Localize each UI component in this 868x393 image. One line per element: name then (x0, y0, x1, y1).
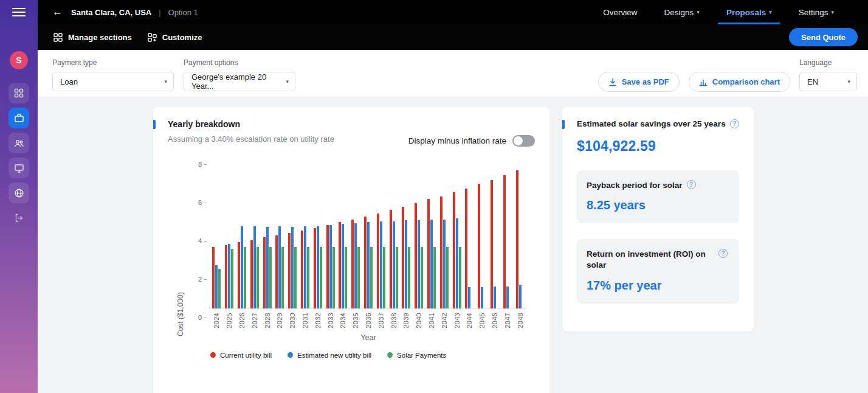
payment-options-group: Payment options George's example 20 Year… (184, 58, 295, 91)
bar-current-utility-bill (427, 199, 430, 308)
bar-solar-payments (332, 247, 335, 308)
title-accent-bar (562, 120, 565, 129)
x-tick-label: 2039 (402, 313, 410, 329)
x-tick-label: 2048 (517, 313, 524, 329)
chart-year-group (514, 155, 526, 308)
x-tick-label: 2041 (428, 313, 435, 329)
x-tick-label: 2024 (213, 313, 220, 329)
language-select[interactable]: EN ▾ (799, 72, 857, 91)
main-content: Yearly breakdown Assuming a 3.40% escala… (38, 97, 868, 393)
bar-solar-payments (218, 269, 221, 308)
bar-current-utility-bill (250, 240, 253, 308)
tab-settings[interactable]: Settings ▾ (785, 0, 847, 24)
bar-estimated-new-utility-bill (380, 221, 382, 308)
chevron-down-icon: ▾ (847, 78, 850, 85)
chart-year-group (248, 155, 261, 308)
chart-year-group (337, 155, 350, 308)
hamburger-menu-icon[interactable] (12, 0, 26, 24)
chart-year-group (223, 155, 236, 308)
payment-options-label: Payment options (184, 58, 295, 67)
manage-sections-button[interactable]: Manage sections (53, 33, 132, 42)
bar-solar-payments (357, 247, 360, 308)
chevron-down-icon: ▾ (769, 9, 772, 15)
x-tick-label: 2032 (314, 313, 322, 329)
x-tick-label: 2028 (264, 313, 271, 329)
bar-estimated-new-utility-bill (367, 222, 370, 308)
bar-current-utility-bill (351, 220, 354, 308)
bar-current-utility-bill (364, 217, 367, 308)
inflation-toggle[interactable] (512, 135, 535, 147)
bar-current-utility-bill (516, 170, 518, 308)
sidebar-item-logout[interactable] (9, 207, 29, 228)
chart-year-group (210, 155, 223, 308)
toggle-knob (514, 136, 523, 145)
help-icon[interactable]: ? (718, 249, 728, 258)
legend-item-estimated-new-utility-bill[interactable]: Estimated new utility bill (288, 352, 371, 359)
chevron-down-icon: ▾ (831, 9, 834, 15)
roi-value: 17% per year (587, 279, 729, 293)
send-quote-button[interactable]: Send Quote (789, 28, 858, 46)
payback-label: Payback period for solar ? (587, 180, 729, 191)
toolbar: Payment type Loan ▾ Payment options Geor… (38, 50, 868, 97)
y-axis-label: Cost ($1,000) (176, 183, 185, 336)
bar-current-utility-bill (503, 175, 506, 308)
chart-year-group (286, 155, 299, 308)
bar-solar-payments (231, 249, 233, 308)
savings-amount: $104,922.59 (577, 138, 739, 155)
bar-estimated-new-utility-bill (266, 227, 269, 308)
comparison-chart-button[interactable]: Comparison chart (689, 72, 790, 92)
help-icon[interactable]: ? (687, 180, 696, 189)
x-tick-label: 2035 (352, 313, 359, 329)
chart-card-title: Yearly breakdown (168, 119, 240, 129)
briefcase-icon (14, 113, 24, 123)
project-location[interactable]: Santa Clara, CA, USA (71, 8, 151, 17)
chart-plot (210, 155, 526, 308)
avatar[interactable]: S (10, 51, 28, 69)
bar-estimated-new-utility-bill (506, 287, 509, 308)
sidebar-item-dashboard[interactable] (9, 83, 29, 103)
x-tick-label: 2026 (238, 313, 246, 329)
bar-estimated-new-utility-bill (494, 287, 496, 308)
payback-value: 8.25 years (587, 198, 729, 212)
bar-current-utility-bill (339, 222, 341, 308)
customize-button[interactable]: Customize (148, 33, 202, 42)
bar-estimated-new-utility-bill (443, 220, 446, 308)
payment-type-select[interactable]: Loan ▾ (52, 72, 174, 91)
sidebar-item-presentations[interactable] (9, 158, 29, 178)
bar-current-utility-bill (225, 245, 227, 308)
bar-estimated-new-utility-bill (405, 220, 407, 308)
bar-estimated-new-utility-bill (354, 223, 357, 308)
back-arrow-icon[interactable]: ← (52, 6, 63, 18)
tab-overview[interactable]: Overview (590, 0, 650, 24)
chart-year-group (261, 155, 274, 308)
x-tick-label: 2044 (466, 313, 473, 329)
bar-solar-payments (244, 247, 246, 308)
help-icon[interactable]: ? (730, 119, 739, 128)
y-tick-label: 8 (198, 161, 207, 168)
x-tick-label: 2038 (390, 313, 398, 329)
payment-type-group: Payment type Loan ▾ (52, 58, 184, 91)
sidebar-item-contacts[interactable] (9, 133, 29, 153)
bar-solar-payments (257, 247, 259, 308)
tab-proposals[interactable]: Proposals ▾ (713, 0, 785, 24)
chart-year-group (362, 155, 375, 308)
legend-item-solar-payments[interactable]: Solar Payments (387, 352, 446, 359)
payment-options-select[interactable]: George's example 20 Year... ▾ (184, 72, 295, 91)
save-as-pdf-button[interactable]: Save as PDF (598, 72, 680, 92)
sidebar-item-projects[interactable] (9, 108, 29, 128)
legend-dot (387, 352, 393, 358)
bar-solar-payments (269, 247, 272, 308)
y-tick-label: 4 (198, 237, 207, 245)
chart-year-group (425, 155, 438, 308)
chart-card-subtitle: Assuming a 3.40% escalation rate on util… (168, 134, 334, 144)
bar-current-utility-bill (402, 207, 404, 308)
legend-item-current-utility-bill[interactable]: Current utility bill (210, 352, 272, 359)
bar-estimated-new-utility-bill (291, 227, 294, 308)
chart-legend: Current utility billEstimated new utilit… (210, 352, 526, 359)
bar-current-utility-bill (288, 233, 291, 308)
x-tick-label: 2029 (276, 313, 283, 329)
project-option[interactable]: Option 1 (168, 8, 198, 17)
bar-solar-payments (459, 247, 461, 308)
sidebar-item-web[interactable] (9, 183, 29, 203)
tab-designs[interactable]: Designs ▾ (651, 0, 713, 24)
